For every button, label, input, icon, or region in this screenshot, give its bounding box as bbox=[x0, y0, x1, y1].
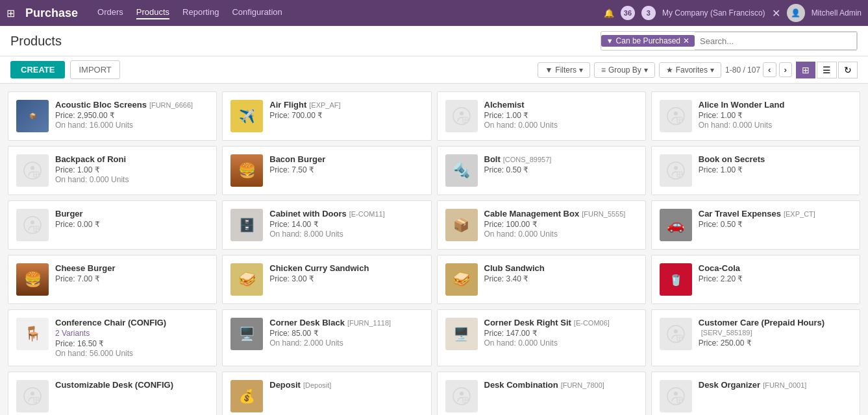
product-name: Chicken Curry Sandwich bbox=[269, 263, 423, 273]
groupby-button[interactable]: ≡ Group By ▾ bbox=[594, 62, 655, 78]
product-name: Car Travel Expenses[EXP_CT] bbox=[699, 209, 852, 219]
product-name: Cheese Burger bbox=[55, 263, 208, 273]
product-card[interactable]: 🥪 Club Sandwich Price: 3.40 ₹ bbox=[437, 255, 646, 304]
product-card[interactable]: Backpack of Roni Price: 1.00 ₹On hand: 0… bbox=[8, 146, 217, 195]
product-card[interactable]: Customer Care (Prepaid Hours)[SERV_58518… bbox=[651, 309, 860, 366]
product-info: Corner Desk Right Sit[E-COM06] Price: 14… bbox=[484, 318, 638, 348]
product-info: Acoustic Bloc Screens[FURN_6666] Price: … bbox=[55, 100, 208, 130]
product-price: Price: 2.20 ₹ bbox=[699, 274, 852, 283]
grid-icon[interactable]: ⊞ bbox=[6, 7, 15, 19]
product-card[interactable]: 🍔 Bacon Burger Price: 7.50 ₹ bbox=[222, 146, 431, 195]
product-card[interactable]: Alchemist Price: 1.00 ₹On hand: 0.000 Un… bbox=[437, 91, 646, 141]
bell-notification[interactable]: 🔔 bbox=[604, 8, 614, 18]
groupby-chevron: ▾ bbox=[644, 65, 648, 75]
product-price: Price: 1.00 ₹ bbox=[55, 165, 208, 174]
product-name: Backpack of Roni bbox=[55, 154, 208, 164]
product-card[interactable]: Alice In Wonder Land Price: 1.00 ₹On han… bbox=[651, 91, 860, 141]
refresh-button[interactable]: ↻ bbox=[838, 62, 858, 78]
product-info: Coca-Cola Price: 2.20 ₹ bbox=[699, 263, 852, 283]
product-onhand: On hand: 0.000 Units bbox=[484, 338, 638, 348]
product-card[interactable]: 📦 Cable Management Box[FURN_5555] Price:… bbox=[437, 200, 646, 250]
svg-point-7 bbox=[674, 112, 678, 115]
nav-orders[interactable]: Orders bbox=[97, 7, 123, 19]
activity-notification[interactable]: 36 bbox=[621, 6, 635, 20]
product-price: Price: 16.50 ₹ bbox=[55, 339, 208, 348]
search-box-wrapper: ▼ Can be Purchased ✕ bbox=[601, 31, 858, 51]
product-onhand: On hand: 0.000 Units bbox=[699, 121, 852, 130]
import-button[interactable]: IMPORT bbox=[70, 60, 119, 79]
filter-tag: ▼ Can be Purchased ✕ bbox=[601, 35, 695, 47]
page-title: Products bbox=[10, 34, 62, 49]
product-info: Customizable Desk (CONFIG) bbox=[55, 380, 208, 391]
next-page-button[interactable]: › bbox=[779, 62, 792, 77]
product-info: Alice In Wonder Land Price: 1.00 ₹On han… bbox=[699, 100, 852, 130]
activity-count: 36 bbox=[624, 9, 632, 17]
svg-point-43 bbox=[460, 392, 464, 396]
product-card[interactable]: Desk Organizer[FURN_0001] bbox=[651, 372, 860, 415]
product-info: Backpack of Roni Price: 1.00 ₹On hand: 0… bbox=[55, 154, 208, 184]
product-info: Bolt[CONS_89957] Price: 0.50 ₹ bbox=[484, 154, 638, 174]
product-card[interactable]: 🥪 Chicken Curry Sandwich Price: 3.00 ₹ bbox=[222, 255, 431, 304]
product-name: Book on Secrets bbox=[699, 154, 852, 164]
product-card[interactable]: 🖥️ Corner Desk Right Sit[E-COM06] Price:… bbox=[437, 309, 646, 366]
product-card[interactable]: Customizable Desk (CONFIG) bbox=[8, 372, 217, 415]
product-info: Cabinet with Doors[E-COM11] Price: 14.00… bbox=[269, 209, 423, 239]
favorites-icon: ★ bbox=[666, 65, 673, 75]
product-info: Air Flight[EXP_AF] Price: 700.00 ₹ bbox=[269, 100, 423, 120]
product-card[interactable]: 🪑 Conference Chair (CONFIG) 2 VariantsPr… bbox=[8, 309, 217, 366]
filter-tag-close[interactable]: ✕ bbox=[683, 36, 689, 45]
product-card[interactable]: 💰 Deposit[Deposit] bbox=[222, 372, 431, 415]
close-icon[interactable]: ✕ bbox=[772, 7, 780, 19]
product-name: Bolt[CONS_89957] bbox=[484, 154, 638, 164]
product-name: Club Sandwich bbox=[484, 263, 638, 273]
filters-button[interactable]: ▼ Filters ▾ bbox=[538, 62, 590, 78]
nav-reporting[interactable]: Reporting bbox=[182, 7, 219, 19]
message-count: 3 bbox=[647, 9, 651, 17]
svg-point-19 bbox=[674, 166, 678, 170]
product-card[interactable]: Burger Price: 0.00 ₹ bbox=[8, 200, 217, 250]
product-onhand: On hand: 0.000 Units bbox=[55, 175, 208, 184]
product-onhand: On hand: 0.000 Units bbox=[484, 230, 638, 239]
product-price: Price: 1.00 ₹ bbox=[484, 111, 638, 120]
product-card[interactable]: ✈️ Air Flight[EXP_AF] Price: 700.00 ₹ bbox=[222, 91, 431, 141]
product-card[interactable]: 🚗 Car Travel Expenses[EXP_CT] Price: 0.5… bbox=[651, 200, 860, 250]
product-price: Price: 100.00 ₹ bbox=[484, 220, 638, 229]
filters-label: Filters bbox=[555, 65, 577, 75]
product-card[interactable]: 🍔 Cheese Burger Price: 7.00 ₹ bbox=[8, 255, 217, 304]
message-notification[interactable]: 3 bbox=[641, 6, 656, 20]
product-name: Alice In Wonder Land bbox=[699, 100, 852, 110]
groupby-icon: ≡ bbox=[601, 65, 606, 75]
product-onhand: On hand: 8.000 Units bbox=[269, 230, 423, 239]
product-price: Price: 0.50 ₹ bbox=[699, 220, 852, 229]
product-card[interactable]: Desk Combination[FURN_7800] bbox=[437, 372, 646, 415]
product-card[interactable]: 🗄️ Cabinet with Doors[E-COM11] Price: 14… bbox=[222, 200, 431, 250]
product-info: Club Sandwich Price: 3.40 ₹ bbox=[484, 263, 638, 283]
avatar[interactable]: 👤 bbox=[787, 4, 805, 22]
nav-configuration[interactable]: Configuration bbox=[232, 7, 282, 19]
grid-view-button[interactable]: ⊞ bbox=[796, 62, 815, 78]
favorites-button[interactable]: ★ Favorites ▾ bbox=[659, 62, 721, 78]
create-button[interactable]: CREATE bbox=[10, 61, 65, 78]
product-variants: 2 Variants bbox=[55, 329, 208, 338]
product-card[interactable]: 🥤 Coca-Cola Price: 2.20 ₹ bbox=[651, 255, 860, 304]
list-view-button[interactable]: ☰ bbox=[817, 62, 837, 78]
nav-products[interactable]: Products bbox=[136, 7, 169, 19]
product-card[interactable]: Book on Secrets Price: 1.00 ₹ bbox=[651, 146, 860, 195]
nav-links: Orders Products Reporting Configuration bbox=[97, 7, 597, 19]
product-price: Price: 85.00 ₹ bbox=[269, 329, 423, 338]
product-name: Acoustic Bloc Screens[FURN_6666] bbox=[55, 100, 208, 110]
product-card[interactable]: 🖥️ Corner Desk Black[FURN_1118] Price: 8… bbox=[222, 309, 431, 366]
prev-page-button[interactable]: ‹ bbox=[763, 62, 776, 77]
product-card[interactable]: 🔩 Bolt[CONS_89957] Price: 0.50 ₹ bbox=[437, 146, 646, 195]
svg-point-37 bbox=[31, 392, 34, 396]
product-name: Bacon Burger bbox=[269, 154, 423, 164]
username-label: Mitchell Admin bbox=[812, 8, 862, 18]
product-info: Cheese Burger Price: 7.00 ₹ bbox=[55, 263, 208, 283]
app-brand: Purchase bbox=[25, 6, 78, 20]
product-card[interactable]: 📦 Acoustic Bloc Screens[FURN_6666] Price… bbox=[8, 91, 217, 141]
favorites-label: Favorites bbox=[676, 65, 708, 75]
search-input[interactable] bbox=[695, 32, 857, 50]
product-info: Chicken Curry Sandwich Price: 3.00 ₹ bbox=[269, 263, 423, 283]
company-selector[interactable]: My Company (San Francisco) bbox=[662, 8, 765, 18]
product-info: Cable Management Box[FURN_5555] Price: 1… bbox=[484, 209, 638, 239]
